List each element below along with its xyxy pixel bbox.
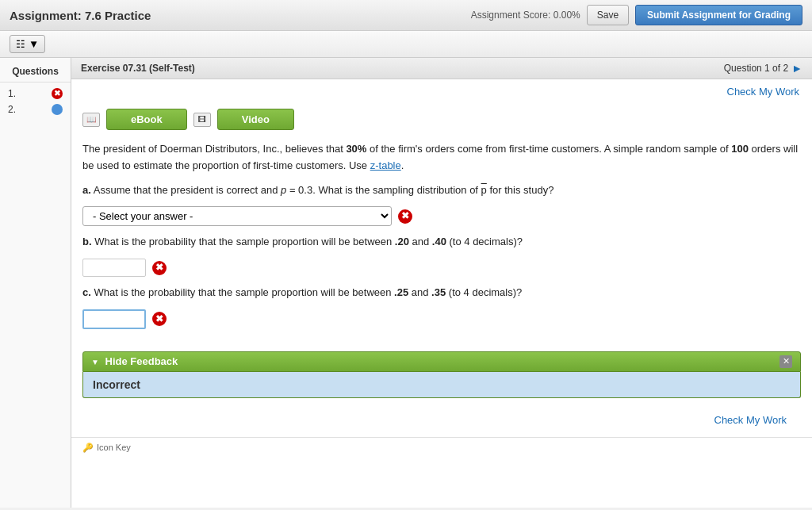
check-work-top-link[interactable]: Check My Work (71, 79, 812, 101)
question-nav-text: Question 1 of 2 (724, 63, 788, 74)
assignment-title: Assignment: 7.6 Practice (10, 9, 151, 22)
sidebar-header: Questions (0, 63, 71, 82)
check-work-bottom: Check My Work (71, 408, 812, 434)
submit-assignment-button[interactable]: Submit Assignment for Grading (635, 5, 802, 25)
check-work-bottom-link[interactable]: Check My Work (702, 408, 800, 429)
feedback-close-button[interactable]: ✕ (779, 355, 792, 368)
ebook-icon: 📖 (82, 113, 100, 127)
sidebar-item-2[interactable]: 2. (0, 102, 71, 117)
toolbar: ☷ ▼ (0, 31, 812, 58)
question-body: The president of Doerman Distributors, I… (71, 136, 812, 345)
sidebar-item-1-status: ✖ (52, 88, 63, 99)
ztable-link[interactable]: z-table (370, 159, 401, 171)
menu-button[interactable]: ☷ ▼ (10, 35, 45, 53)
part-b-answer-row: ✖ (82, 259, 801, 277)
question-nav: Question 1 of 2 ► (724, 62, 802, 75)
video-button[interactable]: Video (217, 109, 294, 130)
exercise-title: Exercise 07.31 (Self-Test) (81, 63, 195, 74)
menu-dropdown-icon: ▼ (29, 38, 39, 50)
header-right: Assignment Score: 0.00% Save Submit Assi… (471, 5, 802, 25)
sidebar-item-2-status (52, 104, 63, 115)
feedback-container: ▼ Hide Feedback ✕ Incorrect (82, 351, 801, 398)
part-a-answer-row: - Select your answer - ✖ (82, 206, 801, 226)
exercise-header: Exercise 07.31 (Self-Test) Question 1 of… (71, 58, 812, 79)
part-b-input[interactable] (82, 259, 146, 277)
header-left: Assignment: 7.6 Practice (10, 9, 151, 22)
feedback-triangle-icon: ▼ (91, 358, 99, 366)
part-a-question: a. Assume that the president is correct … (82, 182, 801, 199)
ebook-button[interactable]: eBook (106, 109, 187, 130)
part-b-question: b. What is the probability that the samp… (82, 234, 801, 251)
feedback-title[interactable]: Hide Feedback (105, 355, 178, 367)
part-b-incorrect-icon: ✖ (152, 261, 167, 275)
content-area: Exercise 07.31 (Self-Test) Question 1 of… (71, 58, 812, 508)
feedback-body: Incorrect (82, 372, 801, 398)
part-c-question: c. What is the probability that the samp… (82, 285, 801, 301)
feedback-header: ▼ Hide Feedback ✕ (82, 351, 801, 372)
part-c-label: c. (82, 286, 91, 298)
sidebar: Questions 1. ✖ 2. (0, 58, 71, 508)
header: Assignment: 7.6 Practice Assignment Scor… (0, 0, 812, 31)
part-b-label: b. (82, 236, 92, 247)
feedback-header-left: ▼ Hide Feedback (91, 355, 178, 367)
menu-icon: ☷ (16, 38, 25, 50)
key-icon: 🔑 (82, 443, 94, 453)
part-c-input[interactable] (82, 309, 146, 329)
assignment-score: Assignment Score: 0.00% (471, 10, 580, 21)
part-c-answer-row: ✖ (82, 309, 801, 329)
next-question-arrow[interactable]: ► (791, 62, 802, 75)
main-layout: Questions 1. ✖ 2. Exercise 07.31 (Self-T… (0, 58, 812, 508)
question-intro: The president of Doerman Distributors, I… (82, 141, 801, 174)
p-bar: p (481, 184, 487, 196)
save-button[interactable]: Save (587, 5, 629, 25)
sidebar-item-1[interactable]: 1. ✖ (0, 86, 71, 102)
media-buttons: 📖 eBook 🎞 Video (71, 101, 812, 136)
sidebar-item-2-number: 2. (8, 104, 16, 115)
part-a-select[interactable]: - Select your answer - (82, 206, 392, 226)
icon-key-label: Icon Key (97, 443, 131, 452)
icon-key: 🔑 Icon Key (71, 437, 812, 458)
part-a-incorrect-icon: ✖ (398, 209, 412, 224)
feedback-status: Incorrect (93, 378, 140, 391)
part-c-incorrect-icon: ✖ (152, 312, 167, 326)
video-icon: 🎞 (193, 113, 211, 127)
sidebar-item-1-number: 1. (8, 88, 16, 99)
part-a-label: a. (82, 184, 91, 196)
